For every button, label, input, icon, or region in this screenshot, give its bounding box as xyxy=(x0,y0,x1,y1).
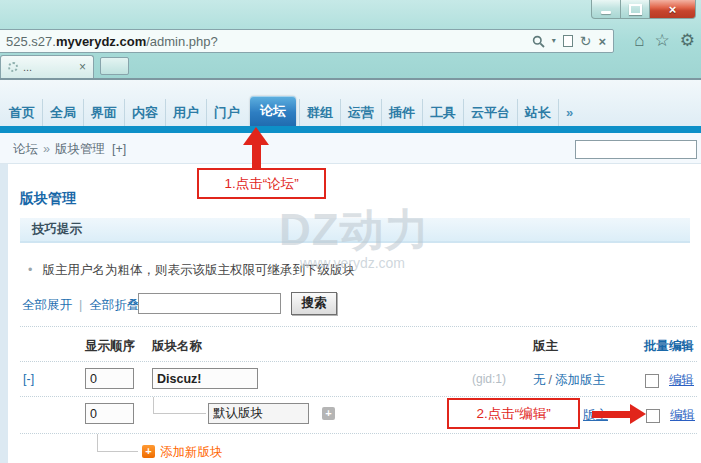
moderator-separator: / xyxy=(549,373,552,387)
breadcrumb-page: 版块管理 xyxy=(55,142,105,156)
name-input-forum[interactable] xyxy=(208,403,309,424)
nav-tab-users[interactable]: 用户 xyxy=(165,99,206,126)
breadcrumb-expand-toggle[interactable]: [+] xyxy=(112,142,126,156)
search-button[interactable]: 搜索 xyxy=(291,292,337,315)
favorites-star-icon[interactable]: ☆ xyxy=(655,31,670,51)
collapse-group-link[interactable]: [-] xyxy=(23,372,34,386)
forum-search-input[interactable] xyxy=(138,293,281,314)
browser-tab[interactable]: ... × xyxy=(0,55,94,78)
window-controls: × xyxy=(591,0,696,19)
collapse-all-link[interactable]: 全部折叠 xyxy=(89,298,139,312)
nav-tabs-more-icon[interactable]: » xyxy=(558,99,580,126)
tree-line xyxy=(153,413,206,414)
moderator-cell: 无/添加版主 xyxy=(533,372,605,389)
nav-tab-home[interactable]: 首页 xyxy=(2,99,42,126)
browser-chrome: × 525.s27.myverydz.com/admin.php? ▾ ↻ × … xyxy=(0,0,701,78)
tree-line xyxy=(97,451,138,452)
nav-tab-webmaster[interactable]: 站长 xyxy=(517,99,558,126)
accent-strip xyxy=(0,126,701,133)
admin-nav-bar: 首页 全局 界面 内容 用户 门户 论坛 群组 运营 插件 工具 云平台 站长 … xyxy=(0,80,701,126)
links-separator: | xyxy=(79,298,82,312)
arrow-right-shaft xyxy=(592,411,632,418)
arrow-right-icon xyxy=(630,404,646,424)
window-close-icon: × xyxy=(669,2,677,17)
tips-header: 技巧提示 xyxy=(20,218,690,243)
nav-tab-groups[interactable]: 群组 xyxy=(299,99,340,126)
tab-title: ... xyxy=(23,61,32,73)
arrow-up-shaft xyxy=(252,144,261,169)
divider xyxy=(20,396,697,397)
minimize-icon xyxy=(601,11,611,14)
tip-text: 版主用户名为粗体，则表示该版主权限可继承到下级版块 xyxy=(42,263,355,277)
maximize-button[interactable] xyxy=(621,0,650,19)
breadcrumb-forum[interactable]: 论坛 xyxy=(13,142,38,156)
home-icon[interactable]: ⌂ xyxy=(634,31,644,51)
edit-link-forum[interactable]: 编辑 xyxy=(670,407,695,424)
settings-gear-icon[interactable]: ⚙ xyxy=(680,31,695,51)
compatibility-view-icon[interactable] xyxy=(563,35,573,47)
tree-line xyxy=(153,397,154,414)
nav-tab-content[interactable]: 内容 xyxy=(124,99,165,126)
nav-tab-cloud[interactable]: 云平台 xyxy=(463,99,517,126)
row-checkbox-forum[interactable] xyxy=(646,409,660,423)
nav-tab-operation[interactable]: 运营 xyxy=(340,99,381,126)
nav-tab-plugins[interactable]: 插件 xyxy=(381,99,422,126)
moderator-none-link[interactable]: 无 xyxy=(533,373,546,387)
add-new-forum-icon[interactable]: + xyxy=(142,445,155,458)
new-tab-button[interactable] xyxy=(100,57,129,75)
search-dropdown-caret-icon[interactable]: ▾ xyxy=(552,37,556,45)
nav-tab-portal[interactable]: 门户 xyxy=(206,99,247,126)
column-header-name: 版块名称 xyxy=(152,338,202,355)
divider xyxy=(20,361,697,362)
order-input-group[interactable] xyxy=(85,368,134,389)
tips-title: 技巧提示 xyxy=(32,222,82,236)
nav-tab-interface[interactable]: 界面 xyxy=(83,99,124,126)
url-text: 525.s27.myverydz.com/admin.php? xyxy=(0,34,532,49)
tab-close-icon[interactable]: × xyxy=(79,60,86,74)
browser-window: × 525.s27.myverydz.com/admin.php? ▾ ↻ × … xyxy=(0,0,701,463)
tab-loading-icon xyxy=(8,62,18,72)
annotation-step1: 1.点击“论坛” xyxy=(197,168,326,199)
refresh-icon[interactable]: ↻ xyxy=(580,34,592,48)
url-domain: myverydz.com xyxy=(56,34,146,49)
bullet-icon: • xyxy=(28,263,32,277)
stop-icon[interactable]: × xyxy=(598,35,606,48)
divider xyxy=(20,433,697,434)
breadcrumb-separator: » xyxy=(43,142,50,156)
nav-tab-tools[interactable]: 工具 xyxy=(422,99,463,126)
minimize-button[interactable] xyxy=(591,0,621,19)
column-header-order: 显示顺序 xyxy=(85,338,135,355)
name-input-group[interactable] xyxy=(152,368,258,389)
url-path: /admin.php? xyxy=(146,34,218,49)
annotation-step2: 2.点击“编辑” xyxy=(447,398,580,429)
tree-line xyxy=(97,434,98,452)
page-title: 版块管理 xyxy=(20,190,76,208)
maximize-icon xyxy=(629,4,642,15)
browser-action-icons: ⌂ ☆ ⚙ xyxy=(634,31,695,51)
expand-all-link[interactable]: 全部展开 xyxy=(22,298,72,312)
edit-link-group[interactable]: 编辑 xyxy=(669,372,694,389)
add-moderator-link[interactable]: 添加版主 xyxy=(555,373,605,387)
add-subforum-icon[interactable]: + xyxy=(322,407,335,420)
expand-collapse-links: 全部展开|全部折叠 xyxy=(22,297,139,314)
nav-tab-global[interactable]: 全局 xyxy=(42,99,83,126)
gid-label: (gid:1) xyxy=(472,372,506,386)
quick-search-input[interactable] xyxy=(575,140,697,159)
address-bar-icons: ▾ ↻ × xyxy=(532,34,613,48)
batch-edit-link[interactable]: 批量编辑 xyxy=(644,338,694,355)
order-input-forum[interactable] xyxy=(85,403,134,424)
url-subdomain: 525.s27. xyxy=(6,34,56,49)
search-icon[interactable] xyxy=(532,35,545,48)
breadcrumb: 论坛»版块管理[+] xyxy=(13,141,126,158)
column-header-moderator: 版主 xyxy=(533,338,558,355)
add-new-forum-link[interactable]: 添加新版块 xyxy=(160,444,223,461)
address-bar[interactable]: 525.s27.myverydz.com/admin.php? ▾ ↻ × xyxy=(0,29,614,53)
tip-item: •版主用户名为粗体，则表示该版主权限可继承到下级版块 xyxy=(28,262,355,279)
window-close-button[interactable]: × xyxy=(650,0,696,19)
row-checkbox-group[interactable] xyxy=(645,374,659,388)
arrow-up-icon xyxy=(243,127,269,145)
divider xyxy=(20,326,697,327)
admin-nav-tabs: 首页 全局 界面 内容 用户 门户 论坛 群组 运营 插件 工具 云平台 站长 … xyxy=(2,96,580,126)
nav-tab-forum-active[interactable]: 论坛 xyxy=(250,96,296,126)
left-gutter xyxy=(0,164,8,463)
